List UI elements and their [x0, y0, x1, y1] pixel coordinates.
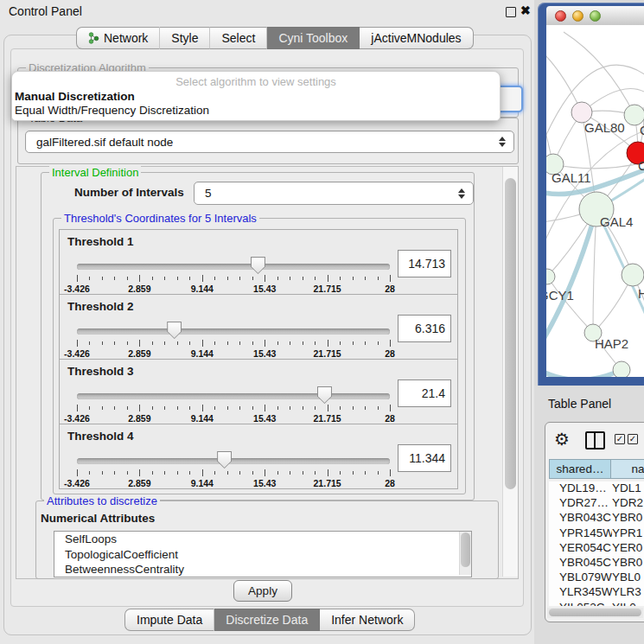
- table-row[interactable]: YBR045CYBR0: [549, 556, 644, 571]
- table-row[interactable]: YER054CYER0: [549, 541, 644, 556]
- cell-shared-name[interactable]: YPR145W: [549, 526, 612, 541]
- threshold-label: Threshold 4: [67, 430, 134, 443]
- slider-tick-labels: -3.4262.8599.14415.4321.71528: [77, 348, 390, 359]
- close-icon[interactable]: ✖: [520, 3, 531, 17]
- threshold-row-1: Threshold 1-3.4262.8599.14415.4321.71528…: [59, 229, 458, 295]
- table-panel: Table Panel ⚙ ✓ ✓ shared… na YDL19…YDL1Y…: [534, 386, 644, 644]
- table-horizontal-scrollbar[interactable]: [547, 608, 643, 618]
- cell-shared-name[interactable]: YLR345W: [549, 585, 612, 600]
- threshold-label: Threshold 1: [67, 235, 134, 248]
- cell-shared-name[interactable]: YBL079W: [549, 571, 612, 585]
- slider-track[interactable]: [77, 264, 390, 270]
- zoom-traffic-light-icon[interactable]: [590, 10, 601, 22]
- attribute-item-topologicalcoefficient[interactable]: TopologicalCoefficient: [54, 547, 471, 563]
- cell-shared-name[interactable]: YER054C: [549, 541, 612, 556]
- table-row[interactable]: YPR145WYPR1: [549, 526, 644, 541]
- attribute-item-betweennesscentrality[interactable]: BetweennessCentrality: [54, 562, 471, 577]
- cell-shared-name[interactable]: YDR27…: [549, 496, 612, 511]
- table-row[interactable]: YIL052CYIL0: [549, 601, 644, 607]
- thresholds-group: Threshold's Coordinates for 5 Intervals …: [53, 218, 466, 494]
- table-row[interactable]: YDL19…YDL1: [549, 481, 644, 496]
- panel-title: Control Panel: [9, 4, 82, 18]
- top-tab-label: jActiveMNodules: [371, 28, 461, 48]
- threshold-slider[interactable]: -3.4262.8599.14415.4321.71528: [77, 256, 390, 292]
- cell-name[interactable]: YPR1: [612, 526, 644, 541]
- slider-thumb[interactable]: [217, 451, 232, 469]
- slider-ticks: [77, 405, 390, 412]
- threshold-slider[interactable]: -3.4262.8599.14415.4321.71528: [77, 321, 390, 357]
- cell-shared-name[interactable]: YBR043C: [549, 511, 612, 526]
- network-node[interactable]: [613, 361, 630, 377]
- settings-scrollbar-thumb[interactable]: [505, 178, 516, 489]
- table-row[interactable]: YBL079WYBL0: [549, 571, 644, 585]
- cell-name[interactable]: YER0: [612, 541, 644, 556]
- popup-option-equal-width-frequency[interactable]: Equal Width/Frequency Discretization: [14, 104, 499, 117]
- table-data-group: Table Data galFiltered.sif default node: [17, 118, 519, 164]
- slider-thumb[interactable]: [317, 386, 332, 404]
- cell-name[interactable]: YDL1: [612, 481, 644, 496]
- threshold-value-input[interactable]: 14.713: [398, 250, 451, 277]
- threshold-slider[interactable]: -3.4262.8599.14415.4321.71528: [77, 450, 390, 487]
- cell-name[interactable]: YBL0: [612, 571, 644, 585]
- attributes-group-label: Attributes to discretize: [44, 494, 160, 507]
- bottom-tab-impute-data[interactable]: Impute Data: [124, 609, 214, 631]
- float-window-icon[interactable]: [506, 7, 516, 17]
- table-row[interactable]: YBR043CYBR0: [549, 511, 644, 526]
- table-row[interactable]: YDR27…YDR2: [549, 496, 644, 511]
- network-node-h[interactable]: [622, 264, 644, 286]
- apply-button[interactable]: Apply: [233, 580, 292, 602]
- attribute-item-selfloops[interactable]: SelfLoops: [54, 532, 471, 547]
- top-tab-network[interactable]: Network: [76, 27, 160, 49]
- network-window-titlebar: [546, 6, 644, 26]
- slider-track[interactable]: [77, 393, 390, 399]
- bottom-tab-infer-network[interactable]: Infer Network: [320, 609, 415, 631]
- threshold-slider[interactable]: -3.4262.8599.14415.4321.71528: [77, 386, 390, 422]
- cell-name[interactable]: YBR0: [612, 511, 644, 526]
- slider-thumb[interactable]: [251, 257, 265, 274]
- settings-gear-icon[interactable]: ⚙: [554, 428, 570, 450]
- top-tab-cyni-toolbox[interactable]: Cyni Toolbox: [267, 27, 360, 49]
- threshold-label: Threshold 3: [67, 365, 134, 378]
- top-tab-jactivemnodules[interactable]: jActiveMNodules: [360, 27, 473, 49]
- interval-definition-label: Interval Definition: [49, 166, 141, 179]
- top-tab-label: Select: [221, 28, 255, 48]
- table-hscrollbar-thumb[interactable]: [549, 609, 641, 616]
- network-node-label: GAL80: [584, 120, 625, 135]
- top-tab-select[interactable]: Select: [210, 27, 267, 49]
- number-of-intervals-combobox[interactable]: 5: [194, 182, 474, 205]
- network-node-label: GAL11: [552, 170, 591, 185]
- top-tab-style[interactable]: Style: [160, 27, 210, 49]
- threshold-value-input[interactable]: 11.344: [398, 444, 451, 472]
- table-data-combobox[interactable]: galFiltered.sif default node: [25, 131, 514, 153]
- cell-name[interactable]: YBR0: [612, 556, 644, 571]
- cell-shared-name[interactable]: YIL052C: [549, 601, 612, 607]
- settings-scroll-viewport: Interval Definition Number of Intervals …: [16, 166, 519, 579]
- attributes-scrollbar-thumb[interactable]: [461, 532, 470, 567]
- close-traffic-light-icon[interactable]: [555, 10, 566, 22]
- column-header-shared-name[interactable]: shared…: [549, 459, 611, 479]
- cell-name[interactable]: YIL0: [612, 601, 644, 607]
- split-columns-icon[interactable]: [585, 431, 605, 450]
- cell-shared-name[interactable]: YDL19…: [549, 481, 612, 496]
- threshold-value-input[interactable]: 6.316: [398, 315, 451, 342]
- bottom-tab-discretize-data[interactable]: Discretize Data: [214, 609, 320, 631]
- checkbox-icon[interactable]: ✓: [628, 434, 638, 444]
- settings-scrollbar[interactable]: [502, 167, 518, 577]
- slider-track[interactable]: [77, 328, 390, 335]
- attributes-scrollbar[interactable]: [459, 532, 471, 575]
- network-node-gcy1[interactable]: [546, 269, 555, 284]
- table-row[interactable]: YLR345WYLR3: [549, 585, 644, 600]
- column-header-name[interactable]: na: [611, 459, 644, 479]
- popup-option-manual-discretization[interactable]: Manual Discretization: [14, 90, 499, 103]
- slider-track[interactable]: [77, 458, 390, 464]
- network-canvas[interactable]: GAL80GCGAL11GAL4GCY1HHAP2: [546, 25, 644, 377]
- attributes-group: Attributes to discretize Numerical Attri…: [35, 501, 499, 579]
- threshold-value-input[interactable]: 21.4: [398, 379, 451, 407]
- cell-shared-name[interactable]: YBR045C: [549, 556, 612, 571]
- minimize-traffic-light-icon[interactable]: [572, 10, 583, 22]
- checkbox-icon[interactable]: ✓: [615, 434, 625, 444]
- slider-thumb[interactable]: [167, 322, 182, 339]
- cell-name[interactable]: YDR2: [612, 496, 644, 511]
- interval-definition-group: Interval Definition Number of Intervals …: [41, 172, 475, 501]
- cell-name[interactable]: YLR3: [612, 585, 644, 600]
